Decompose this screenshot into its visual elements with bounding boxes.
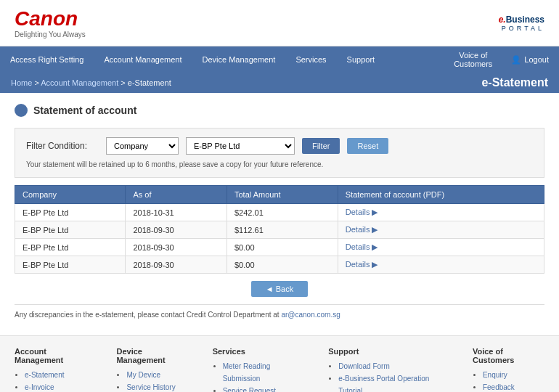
footer-col-item[interactable]: Download Form [338, 360, 451, 372]
footer-col-title: Device Management [116, 347, 190, 364]
footer-col-item[interactable]: Meter Reading Submission [223, 360, 307, 385]
footer-col-item[interactable]: My Device [126, 369, 190, 381]
footer-col: SupportDownload Forme-Business Portal Op… [328, 347, 451, 392]
nav-services[interactable]: Services [285, 48, 336, 71]
ebusiness-logo: e.Business PORTAL [499, 15, 544, 32]
statement-icon [15, 104, 28, 117]
brand-name: Canon [15, 7, 86, 30]
back-row: ◄ Back [15, 281, 544, 297]
disclaimer: Any discrepancies in the e-statement, pl… [15, 304, 544, 324]
canon-logo: Canon Delighting You Always [15, 7, 86, 38]
cell-as-of: 2018-09-30 [126, 239, 227, 256]
table-row: E-BP Pte Ltd 2018-09-30 $0.00 Details ▶ [15, 256, 544, 274]
cell-as-of: 2018-09-30 [126, 221, 227, 239]
table-header-row: Company As of Total Amount Statement of … [15, 186, 544, 204]
cell-amount: $0.00 [227, 256, 338, 274]
nav-support[interactable]: Support [337, 48, 385, 71]
details-icon: ▶ [372, 225, 378, 234]
user-icon: 👤 [511, 55, 521, 65]
footer-col-item[interactable]: e-Business Portal Operation Tutorial [338, 372, 451, 392]
cell-company: E-BP Pte Ltd [15, 256, 126, 274]
footer-col: Account Managemente-Statemente-InvoiceMe… [15, 347, 94, 392]
footer-col-item[interactable]: Service History [126, 381, 190, 392]
section-title: Statement of account [15, 104, 544, 117]
tagline: Delighting You Always [15, 30, 86, 38]
details-icon: ▶ [372, 242, 378, 251]
nav-device-management[interactable]: Device Management [192, 48, 286, 71]
footer-col-item[interactable]: Service Request [223, 385, 307, 392]
footer-nav: Account Managemente-Statemente-InvoiceMe… [0, 335, 559, 392]
statements-table: Company As of Total Amount Statement of … [15, 185, 544, 274]
filter-label: Filter Condition: [26, 141, 99, 151]
footer-col: ServicesMeter Reading SubmissionService … [213, 347, 307, 392]
breadcrumb-account[interactable]: Account Management [41, 78, 118, 87]
breadcrumb-bar: Home > Account Management > e-Statement … [0, 73, 559, 93]
footer-col-item[interactable]: e-Invoice [25, 381, 94, 392]
col-total-amount: Total Amount [227, 186, 338, 204]
cell-as-of: 2018-10-31 [126, 204, 227, 221]
cell-company: E-BP Pte Ltd [15, 239, 126, 256]
footer-col-title: Support [328, 347, 451, 356]
footer-col-title: Services [213, 347, 307, 356]
cell-company: E-BP Pte Ltd [15, 204, 126, 221]
nav-access-right[interactable]: Access Right Setting [0, 48, 94, 71]
nav-account-management[interactable]: Account Management [94, 48, 192, 71]
main-content: Statement of account Filter Condition: C… [0, 93, 559, 335]
cell-amount: $242.01 [227, 204, 338, 221]
footer-col: Voice of CustomersEnquiryFeedback [473, 347, 544, 392]
reset-button[interactable]: Reset [347, 138, 388, 154]
details-link[interactable]: Details [346, 208, 370, 216]
breadcrumb-home[interactable]: Home [11, 78, 32, 87]
cell-details: Details ▶ [338, 204, 544, 221]
cell-details: Details ▶ [338, 256, 544, 274]
cell-company: E-BP Pte Ltd [15, 221, 126, 239]
breadcrumb-current: e-Statement [128, 78, 171, 87]
nav-right: Voice of Customers 👤 Logout [445, 46, 559, 73]
cell-amount: $0.00 [227, 239, 338, 256]
filter-row: Filter Condition: Company E-BP Pte Ltd F… [26, 137, 533, 155]
col-company: Company [15, 186, 126, 204]
ebiz-e: e. [499, 15, 506, 25]
cell-details: Details ▶ [338, 239, 544, 256]
details-link[interactable]: Details [346, 242, 370, 251]
details-icon: ▶ [372, 208, 378, 216]
details-icon: ▶ [372, 260, 378, 269]
details-link[interactable]: Details [346, 225, 370, 234]
filter-box: Filter Condition: Company E-BP Pte Ltd F… [15, 128, 544, 178]
nav-voice-customers[interactable]: Voice of Customers [445, 46, 501, 73]
back-button[interactable]: ◄ Back [251, 281, 308, 297]
disclaimer-email[interactable]: ar@canon.com.sg [281, 311, 340, 319]
cell-as-of: 2018-09-30 [126, 256, 227, 274]
ebiz-business: Business [506, 15, 544, 25]
nav-logout[interactable]: 👤 Logout [501, 49, 559, 70]
col-as-of: As of [126, 186, 227, 204]
col-pdf: Statement of account (PDF) [338, 186, 544, 204]
filter-button[interactable]: Filter [302, 138, 340, 154]
cell-details: Details ▶ [338, 221, 544, 239]
header: Canon Delighting You Always e.Business P… [0, 0, 559, 46]
main-nav: Access Right Setting Account Management … [0, 46, 559, 73]
footer-col-item[interactable]: Enquiry [483, 369, 544, 381]
company-type-select[interactable]: Company [106, 137, 179, 155]
footer-col-title: Account Management [15, 347, 94, 364]
table-row: E-BP Pte Ltd 2018-09-30 $112.61 Details … [15, 221, 544, 239]
details-link[interactable]: Details [346, 260, 370, 269]
footer-col-item[interactable]: Feedback [483, 381, 544, 392]
company-name-select[interactable]: E-BP Pte Ltd [186, 137, 295, 155]
breadcrumb: Home > Account Management > e-Statement [11, 78, 171, 87]
footer-col: Device ManagementMy DeviceService Histor… [116, 347, 190, 392]
page-title: e-Statement [481, 76, 548, 89]
table-row: E-BP Pte Ltd 2018-10-31 $242.01 Details … [15, 204, 544, 221]
portal-text: PORTAL [499, 25, 544, 32]
cell-amount: $112.61 [227, 221, 338, 239]
table-row: E-BP Pte Ltd 2018-09-30 $0.00 Details ▶ [15, 239, 544, 256]
filter-note: Your statement will be retained up to 6 … [26, 160, 533, 168]
footer-col-item[interactable]: e-Statement [25, 369, 94, 381]
footer-col-title: Voice of Customers [473, 347, 544, 364]
